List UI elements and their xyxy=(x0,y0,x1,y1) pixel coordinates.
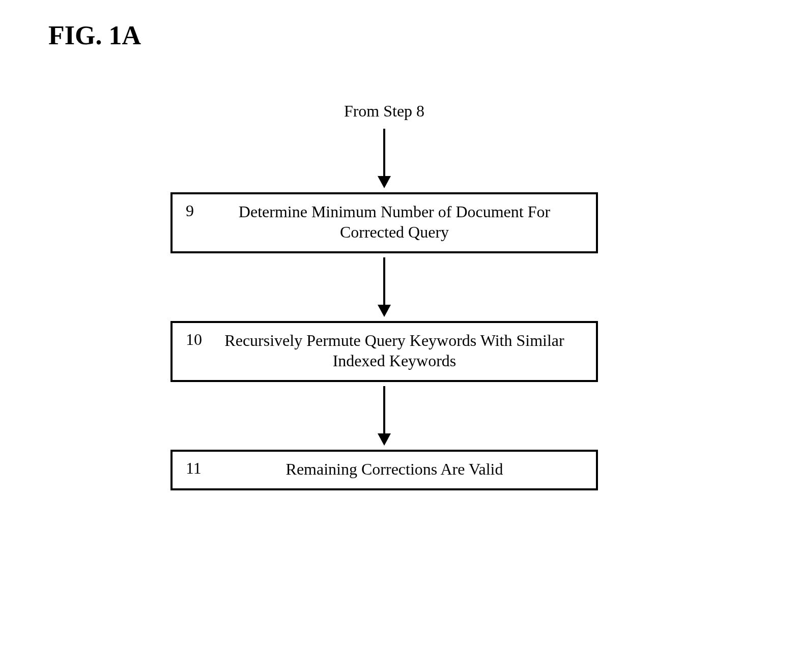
step-number: 11 xyxy=(183,459,213,478)
figure-title: FIG. 1A xyxy=(48,20,141,50)
step-number: 10 xyxy=(183,330,213,349)
arrow-icon xyxy=(378,257,391,317)
arrow-icon xyxy=(378,129,391,188)
step-text: Determine Minimum Number of Document For… xyxy=(213,201,586,242)
flow-step-10: 10 Recursively Permute Query Keywords Wi… xyxy=(170,321,598,382)
step-number: 9 xyxy=(183,201,213,220)
flowchart-diagram: From Step 8 9 Determine Minimum Number o… xyxy=(170,102,598,490)
step-text: Recursively Permute Query Keywords With … xyxy=(213,330,586,371)
step-text: Remaining Corrections Are Valid xyxy=(213,459,586,479)
flow-step-9: 9 Determine Minimum Number of Document F… xyxy=(170,192,598,253)
entry-label: From Step 8 xyxy=(344,102,424,121)
flow-step-11: 11 Remaining Corrections Are Valid xyxy=(170,450,598,490)
arrow-icon xyxy=(378,386,391,446)
